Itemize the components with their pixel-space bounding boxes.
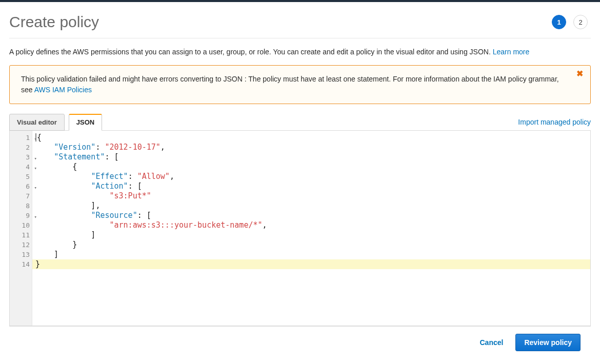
line-number: 3▾ (10, 152, 32, 162)
line-number: 5 (10, 172, 32, 181)
line-number: 9▾ (10, 211, 32, 220)
code-line[interactable]: "Effect": "Allow", (35, 172, 590, 181)
code-line[interactable]: ], (35, 201, 590, 211)
footer-actions: Cancel Review policy (9, 326, 591, 358)
fold-toggle-icon[interactable]: ▾ (34, 212, 37, 222)
validation-warning-alert: This policy validation failed and might … (9, 65, 591, 104)
page-container: Create policy 1 2 A policy defines the A… (0, 2, 600, 326)
line-number: 11 (10, 230, 32, 240)
wizard-steps: 1 2 (552, 15, 591, 29)
code-line[interactable]: "Statement": [ (35, 152, 590, 162)
editor-gutter: 1▾23▾4▾56▾789▾1011121314 (10, 131, 32, 326)
page-description: A policy defines the AWS permissions tha… (9, 38, 591, 65)
code-line[interactable]: { (35, 133, 590, 143)
learn-more-link[interactable]: Learn more (493, 48, 530, 56)
editor-code-lines[interactable]: { "Version": "2012-10-17", "Statement": … (32, 131, 590, 326)
code-line[interactable]: "s3:Put*" (35, 191, 590, 201)
json-editor[interactable]: 1▾23▾4▾56▾789▾1011121314 { "Version": "2… (9, 130, 591, 326)
fold-toggle-icon[interactable]: ▾ (34, 164, 37, 173)
code-line[interactable]: { (35, 162, 590, 172)
review-policy-button[interactable]: Review policy (515, 334, 581, 351)
fold-toggle-icon[interactable]: ▾ (34, 183, 37, 193)
tabs-row: Visual editor JSON Import managed policy (9, 113, 591, 130)
code-line[interactable]: "Action": [ (35, 181, 590, 191)
line-number: 13 (10, 250, 32, 259)
alert-text: This policy validation failed and might … (21, 75, 559, 94)
import-managed-policy-link[interactable]: Import managed policy (518, 118, 591, 126)
line-number: 6▾ (10, 181, 32, 191)
import-managed-policy[interactable]: Import managed policy (518, 118, 591, 130)
line-number: 10 (10, 220, 32, 230)
code-line[interactable]: ] (35, 230, 590, 240)
fold-toggle-icon[interactable]: ▾ (34, 134, 37, 144)
fold-toggle-icon[interactable]: ▾ (34, 154, 37, 164)
description-text: A policy defines the AWS permissions tha… (9, 48, 493, 56)
code-line[interactable]: } (32, 259, 590, 269)
wizard-step-1[interactable]: 1 (552, 15, 566, 29)
header-row: Create policy 1 2 (9, 7, 591, 38)
line-number: 12 (10, 240, 32, 250)
line-number: 2 (10, 143, 32, 152)
code-line[interactable]: ] (35, 250, 590, 259)
code-line[interactable]: "arn:aws:s3:::your-bucket-name/*", (35, 220, 590, 230)
line-number: 8 (10, 201, 32, 211)
alert-docs-link[interactable]: AWS IAM Policies (34, 86, 92, 94)
tab-json[interactable]: JSON (69, 114, 102, 131)
line-number: 7 (10, 191, 32, 201)
tab-visual-editor[interactable]: Visual editor (9, 114, 65, 131)
line-number: 14 (10, 259, 32, 269)
cancel-button[interactable]: Cancel (476, 338, 506, 347)
close-icon[interactable]: ✖ (576, 70, 583, 78)
line-number: 4▾ (10, 162, 32, 172)
editor-tabs: Visual editor JSON (9, 113, 102, 130)
code-line[interactable]: "Version": "2012-10-17", (35, 143, 590, 152)
line-number: 1▾ (10, 133, 32, 143)
page-title: Create policy (9, 13, 99, 31)
code-line[interactable]: "Resource": [ (35, 211, 590, 220)
code-line[interactable]: } (35, 240, 590, 250)
wizard-step-2[interactable]: 2 (573, 15, 588, 29)
